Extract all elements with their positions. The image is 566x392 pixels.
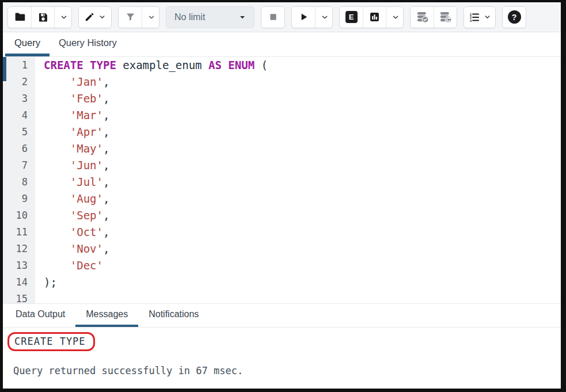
code-text: 'Oct', [35,224,109,241]
tab-messages[interactable]: Messages [75,304,138,327]
line-number: 15 [3,291,35,303]
file-button-group [7,6,72,28]
save-options-button[interactable] [54,7,71,28]
code-line: 6 'May', [3,140,561,157]
code-line: 10 'Sep', [3,207,561,224]
pencil-icon [84,12,95,22]
line-number: 2 [3,74,35,90]
code-text: 'Apr', [35,124,109,140]
help-button-group: ? [502,6,526,28]
stop-square-icon [268,12,279,22]
floppy-save-icon [37,12,49,23]
status-message: Query returned successfully in 67 msec. [13,365,561,376]
filter-button-group [118,6,159,28]
transaction-button-group [410,6,457,28]
help-button[interactable]: ? [503,7,526,28]
chevron-down-icon [484,13,491,21]
bar-chart-icon [369,11,381,23]
explain-analyze-button[interactable] [363,7,386,28]
line-number: 8 [3,174,35,191]
code-line: 7 'Jun', [3,157,561,174]
execute-button[interactable] [292,7,315,28]
tab-query-history[interactable]: Query History [50,32,126,56]
explain-button[interactable]: E [340,7,363,28]
rollback-button[interactable] [434,7,457,28]
line-number: 5 [3,124,35,140]
code-line: 2 'Jan', [3,74,561,90]
line-number: 14 [3,274,35,291]
chevron-down-icon [392,13,400,21]
messages-panel: CREATE TYPE Query returned successfully … [3,328,561,389]
code-line: 4 'Mar', [3,107,561,124]
code-text: 'May', [35,140,109,157]
sql-editor[interactable]: 1CREATE TYPE example_enum AS ENUM (2 'Ja… [3,57,561,303]
code-line: 3 'Feb', [3,90,561,107]
code-line: 13 'Dec' [3,257,561,274]
code-text: 'Aug', [35,191,109,207]
code-line: 12 'Nov', [3,241,561,257]
line-number: 1 [3,57,35,74]
chevron-down-icon [147,13,155,21]
line-number: 4 [3,107,35,124]
code-line: 1CREATE TYPE example_enum AS ENUM ( [3,57,561,74]
database-commit-icon [416,10,429,24]
line-number: 10 [3,207,35,224]
code-line: 14); [3,274,561,291]
execute-button-group [291,6,333,28]
filter-options-button[interactable] [142,7,159,28]
code-text: ); [35,274,57,291]
code-line: 11 'Oct', [3,224,561,241]
code-text: 'Jun', [35,157,109,174]
commit-button[interactable] [411,7,434,28]
explain-options-button[interactable] [386,7,403,28]
database-rollback-icon [439,10,452,24]
stop-button-group [261,6,285,28]
output-tabbar: Data Output Messages Notifications [3,303,561,328]
annotation-highlight-ring: CREATE TYPE [7,332,95,351]
explain-button-group: E [339,6,404,28]
code-text: 'Jul', [35,174,109,191]
code-text [35,291,44,303]
edit-options-button[interactable] [79,7,111,28]
tab-query[interactable]: Query [5,32,50,56]
save-button[interactable] [31,7,54,28]
code-line: 9 'Aug', [3,191,561,207]
svg-text:3: 3 [469,18,472,22]
code-text: 'Sep', [35,207,109,224]
chevron-down-icon [321,13,329,21]
code-line: 15 [3,291,561,303]
row-limit-select[interactable]: No limit [166,6,254,28]
edit-button-group [78,6,112,28]
code-text: 'Jan', [35,74,109,90]
code-line: 5 'Apr', [3,124,561,140]
stop-button[interactable] [261,7,284,28]
code-line: 8 'Jul', [3,174,561,191]
sql-editor-content: 1CREATE TYPE example_enum AS ENUM (2 'Ja… [3,57,561,303]
query-tool-window: No limit [0,0,566,392]
result-message: CREATE TYPE [14,336,86,347]
explain-icon: E [345,11,358,23]
code-text: 'Dec' [35,257,103,274]
line-number: 6 [3,140,35,157]
row-limit-value: No limit [174,12,205,22]
dropdown-caret-icon [239,14,246,21]
code-text: 'Mar', [35,107,109,124]
filter-funnel-icon [125,12,136,22]
line-number: 11 [3,224,35,241]
code-text: 'Nov', [35,241,109,257]
tab-notifications[interactable]: Notifications [138,304,209,327]
open-file-button[interactable] [8,7,31,28]
chevron-down-icon [60,13,68,21]
macros-button[interactable]: 123 [464,7,495,28]
editor-tabbar: Query Query History [3,32,561,57]
execute-options-button[interactable] [315,7,332,28]
chevron-down-icon [98,13,106,21]
macros-button-group: 123 [464,6,496,28]
line-number: 13 [3,257,35,274]
tab-data-output[interactable]: Data Output [5,304,75,327]
folder-icon [14,11,26,23]
query-toolbar: No limit [3,2,561,32]
filter-button[interactable] [119,7,142,28]
line-number: 9 [3,191,35,207]
code-text: CREATE TYPE example_enum AS ENUM ( [35,57,268,74]
